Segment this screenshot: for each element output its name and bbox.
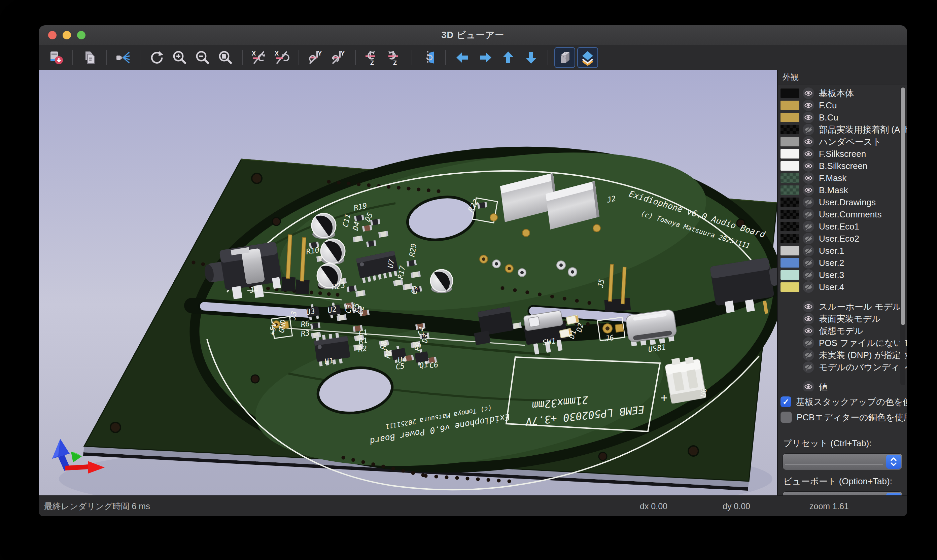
visibility-eye-off-icon[interactable] bbox=[803, 197, 814, 208]
layer-color-swatch[interactable] bbox=[780, 185, 799, 195]
visibility-eye-icon[interactable] bbox=[803, 325, 814, 337]
visibility-eye-off-icon[interactable] bbox=[803, 362, 814, 373]
visibility-eye-icon[interactable] bbox=[803, 313, 814, 325]
visibility-eye-icon[interactable] bbox=[803, 100, 814, 111]
layer-row-15[interactable]: User.3 bbox=[778, 269, 907, 281]
visibility-eye-icon[interactable] bbox=[803, 88, 814, 99]
layer-row-5[interactable]: F.Silkscreen bbox=[778, 148, 907, 160]
visibility-eye-icon[interactable] bbox=[803, 301, 814, 312]
layer-color-swatch[interactable] bbox=[780, 113, 799, 122]
rotate-x-ccw-button[interactable] bbox=[249, 47, 269, 68]
model-row-20[interactable]: 仮想モデル bbox=[778, 325, 907, 337]
orthographic-projection-button[interactable] bbox=[554, 47, 575, 68]
layer-color-swatch[interactable] bbox=[780, 210, 799, 219]
move-up-button[interactable] bbox=[498, 47, 519, 68]
layer-color-swatch[interactable] bbox=[780, 149, 799, 158]
move-down-button[interactable] bbox=[521, 47, 542, 68]
move-left-button[interactable] bbox=[452, 47, 473, 68]
layer-color-swatch[interactable] bbox=[780, 270, 799, 280]
layer-row-2[interactable]: B.Cu bbox=[778, 111, 907, 123]
model-row-25[interactable]: 値 bbox=[778, 381, 907, 391]
reload-board-button[interactable] bbox=[45, 47, 66, 68]
visibility-eye-icon[interactable] bbox=[803, 160, 814, 172]
layer-color-swatch[interactable] bbox=[780, 101, 799, 110]
layer-row-3[interactable]: 部品実装用接着剤 (Adhesive) bbox=[778, 123, 907, 135]
raytracing-button[interactable] bbox=[113, 47, 134, 68]
redraw-button[interactable] bbox=[146, 47, 167, 68]
layer-color-swatch[interactable] bbox=[780, 137, 799, 146]
scrollbar-track[interactable] bbox=[900, 86, 905, 385]
rotate-y-cw-button[interactable] bbox=[328, 47, 349, 68]
visibility-eye-off-icon[interactable] bbox=[803, 209, 814, 220]
visibility-eye-icon[interactable] bbox=[803, 112, 814, 123]
zoom-fit-button[interactable] bbox=[215, 47, 236, 68]
visibility-eye-off-icon[interactable] bbox=[803, 337, 814, 349]
layer-row-9[interactable]: User.Drawings bbox=[778, 196, 907, 208]
visibility-eye-icon[interactable] bbox=[803, 136, 814, 148]
model-row-19[interactable]: 表面実装モデル bbox=[778, 313, 907, 325]
model-row-22[interactable]: 未実装 (DNP) が指定されたモデル bbox=[778, 349, 907, 361]
move-right-button[interactable] bbox=[475, 47, 496, 68]
zoom-out-button[interactable] bbox=[192, 47, 213, 68]
visibility-eye-off-icon[interactable] bbox=[803, 233, 814, 244]
visibility-eye-off-icon[interactable] bbox=[803, 245, 814, 257]
visibility-eye-off-icon[interactable] bbox=[803, 221, 814, 232]
copy-image-button[interactable] bbox=[79, 47, 100, 68]
visibility-eye-icon[interactable] bbox=[803, 381, 814, 391]
layer-row-6[interactable]: B.Silkscreen bbox=[778, 160, 907, 172]
visibility-eye-off-icon[interactable] bbox=[803, 269, 814, 281]
layer-row-12[interactable]: User.Eco2 bbox=[778, 232, 907, 245]
visibility-eye-icon[interactable] bbox=[803, 172, 814, 184]
minimize-button[interactable] bbox=[63, 31, 71, 39]
layer-color-swatch[interactable] bbox=[780, 173, 799, 183]
layer-row-16[interactable]: User.4 bbox=[778, 281, 907, 293]
svg-text:U1: U1 bbox=[324, 356, 334, 366]
layer-color-swatch[interactable] bbox=[780, 222, 799, 231]
visibility-eye-off-icon[interactable] bbox=[803, 282, 814, 293]
rotate-y-ccw-button[interactable] bbox=[305, 47, 326, 68]
checkbox-row-pcb-copper-colors[interactable]: PCBエディターの銅色を使用 bbox=[780, 409, 907, 425]
visibility-eye-off-icon[interactable] bbox=[803, 257, 814, 269]
3d-viewport-canvas[interactable]: R19C11D4D5R10R23U7R29R17C9J4J2R22J5SW1D1… bbox=[39, 70, 777, 496]
zoom-window-button[interactable] bbox=[77, 31, 86, 39]
visibility-eye-off-icon[interactable] bbox=[803, 124, 814, 135]
layer-row-1[interactable]: F.Cu bbox=[778, 99, 907, 111]
rotate-z-ccw-button[interactable] bbox=[362, 47, 383, 68]
layer-color-swatch bbox=[780, 382, 799, 391]
layer-color-swatch[interactable] bbox=[780, 161, 799, 171]
checkbox-row-stackup-colors[interactable]: ✓ 基板スタックアップの色を使用 bbox=[780, 394, 907, 409]
checkbox-checked[interactable]: ✓ bbox=[780, 397, 791, 407]
dropdown-stepper-icon[interactable] bbox=[886, 455, 901, 469]
layer-row-4[interactable]: ハンダペースト bbox=[778, 135, 907, 148]
layer-color-swatch[interactable] bbox=[780, 246, 799, 255]
layer-color-swatch[interactable] bbox=[780, 234, 799, 243]
layer-row-14[interactable]: User.2 bbox=[778, 257, 907, 269]
layer-row-8[interactable]: B.Mask bbox=[778, 184, 907, 196]
layer-row-13[interactable]: User.1 bbox=[778, 245, 907, 257]
layer-row-11[interactable]: User.Eco1 bbox=[778, 220, 907, 232]
layer-label: B.Cu bbox=[819, 112, 907, 123]
preset-dropdown[interactable] bbox=[783, 453, 902, 470]
layer-color-swatch[interactable] bbox=[780, 282, 799, 292]
rotate-z-cw-button[interactable] bbox=[385, 47, 406, 68]
layer-color-swatch[interactable] bbox=[780, 258, 799, 268]
zoom-in-button[interactable] bbox=[169, 47, 190, 68]
scrollbar-thumb[interactable] bbox=[901, 88, 905, 325]
layer-row-7[interactable]: F.Mask bbox=[778, 172, 907, 184]
layer-row-0[interactable]: 基板本体 bbox=[778, 87, 907, 99]
layer-color-swatch[interactable] bbox=[780, 89, 799, 98]
model-row-21[interactable]: POS ファイルにないモデル bbox=[778, 337, 907, 349]
checkbox-unchecked[interactable] bbox=[780, 412, 792, 423]
flip-board-button[interactable] bbox=[418, 47, 439, 68]
model-row-23[interactable]: モデルのバウンディングボックス bbox=[778, 361, 907, 373]
layer-color-swatch[interactable] bbox=[780, 198, 799, 207]
layer-color-swatch[interactable] bbox=[780, 125, 799, 134]
close-button[interactable] bbox=[48, 31, 57, 39]
model-row-18[interactable]: スルーホール モデル bbox=[778, 300, 907, 313]
visibility-eye-icon[interactable] bbox=[803, 185, 814, 196]
appearance-manager-button[interactable] bbox=[577, 47, 598, 68]
rotate-x-cw-button[interactable] bbox=[272, 47, 292, 68]
layer-row-10[interactable]: User.Comments bbox=[778, 208, 907, 220]
visibility-eye-icon[interactable] bbox=[803, 148, 814, 160]
visibility-eye-off-icon[interactable] bbox=[803, 349, 814, 361]
